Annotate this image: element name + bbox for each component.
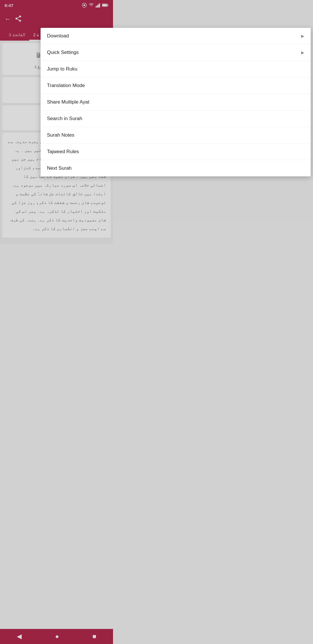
menu-translation-mode-label: Translation Mode [47, 83, 85, 88]
menu-search-surah-label: Search in Surah [47, 116, 82, 122]
menu-item-surah-notes[interactable]: Surah Notes [41, 127, 113, 144]
menu-quick-settings-label: Quick Settings [47, 50, 79, 55]
menu-tajweed-rules-label: Tajweed Rules [47, 149, 79, 155]
menu-item-next-surah[interactable]: Next Surah [41, 160, 113, 176]
menu-item-jump-ruku[interactable]: Jump to Ruku [41, 61, 113, 77]
menu-item-download[interactable]: Download ▶ [41, 28, 113, 44]
menu-item-search-surah[interactable]: Search in Surah [41, 111, 113, 127]
menu-download-label: Download [47, 33, 69, 39]
menu-item-translation-mode[interactable]: Translation Mode [41, 77, 113, 94]
menu-jump-ruku-label: Jump to Ruku [47, 66, 77, 72]
menu-surah-notes-label: Surah Notes [47, 132, 74, 138]
menu-item-quick-settings[interactable]: Quick Settings ▶ [41, 44, 113, 61]
menu-item-share-ayat[interactable]: Share Multiple Ayat [41, 94, 113, 111]
dropdown-menu: Download ▶ Quick Settings ▶ Jump to Ruku… [41, 28, 113, 176]
menu-next-surah-label: Next Surah [47, 165, 72, 171]
menu-share-ayat-label: Share Multiple Ayat [47, 99, 89, 105]
menu-item-tajweed-rules[interactable]: Tajweed Rules [41, 144, 113, 160]
